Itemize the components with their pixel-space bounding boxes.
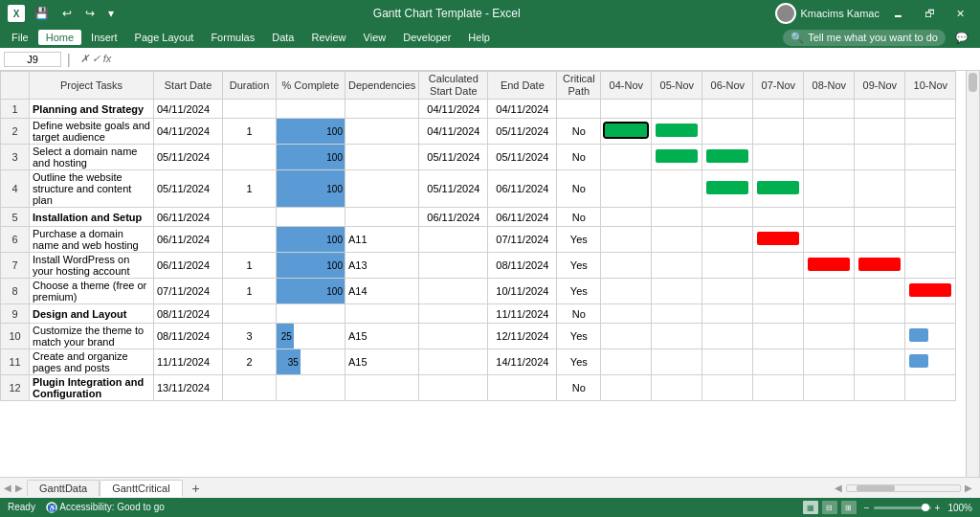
view-icons: ▦ ⊟ ⊞ (803, 501, 857, 514)
gantt-bar (909, 354, 928, 368)
table-row: 3 Select a domain name and hosting 05/11… (1, 145, 956, 170)
hscroll-thumb[interactable] (857, 485, 895, 491)
page-layout-view-icon[interactable]: ⊟ (822, 501, 837, 514)
ribbon: File Home Insert Page Layout Formulas Da… (0, 27, 980, 48)
col-header-05nov: 05-Nov (652, 72, 702, 100)
page-break-view-icon[interactable]: ⊞ (841, 501, 857, 514)
window-title: Gantt Chart Template - Excel (118, 7, 775, 20)
gantt-bar (605, 124, 647, 137)
section-installation: Installation and Setup (30, 208, 154, 227)
zoom-track[interactable] (874, 506, 931, 509)
title-bar: X 💾 ↩ ↪ ▾ Gantt Chart Template - Excel K… (0, 0, 980, 27)
zoom-in-icon[interactable]: + (935, 503, 941, 513)
tab-insert[interactable]: Insert (83, 30, 125, 45)
gantt-bar (656, 149, 698, 163)
excel-icon: X (8, 5, 25, 22)
row-num: 1 (1, 100, 30, 119)
user-avatar (775, 3, 796, 24)
sheet-tab-ganttcritical[interactable]: GanttCritical (100, 480, 183, 497)
user-name: Kmacims Kamac (800, 8, 880, 19)
gantt-bar (656, 124, 698, 137)
title-bar-left: X 💾 ↩ ↪ ▾ (8, 5, 118, 22)
table-row: 2 Define website goals and target audien… (1, 119, 956, 145)
gantt-bar (706, 149, 748, 163)
share-button[interactable]: 💬 (947, 30, 976, 46)
table-row: 12 Plugin Integration and Configuration … (1, 375, 956, 401)
cell-reference[interactable] (4, 52, 61, 67)
close-button[interactable]: ✕ (948, 6, 972, 22)
col-header-07nov: 07-Nov (753, 72, 804, 100)
section-plugin: Plugin Integration and Configuration (30, 375, 154, 401)
tab-developer[interactable]: Developer (395, 30, 458, 45)
tab-review[interactable]: Review (303, 30, 353, 45)
row-num: 5 (1, 208, 30, 227)
table-row: 5 Installation and Setup 06/11/2024 06/1… (1, 208, 956, 227)
add-sheet-button[interactable]: + (187, 479, 206, 498)
zoom-level: 100% (947, 503, 972, 513)
formula-bar: | ✗ ✓ fx (0, 48, 980, 71)
table-row: 10 Customize the theme to match your bra… (1, 324, 956, 349)
undo-button[interactable]: ↩ (58, 5, 76, 22)
row-num: 2 (1, 119, 30, 145)
col-header-start: Start Date (154, 72, 223, 100)
col-header-10nov: 10-Nov (905, 72, 956, 100)
status-bar: Ready ♿ Accessibility: Good to go ▦ ⊟ ⊞ … (0, 498, 980, 517)
scroll-bar-left[interactable]: ◀ (835, 483, 842, 493)
tab-view[interactable]: View (356, 30, 394, 45)
corner-header (1, 72, 30, 100)
accessibility-icon: ♿ (46, 502, 57, 513)
tab-help[interactable]: Help (460, 30, 498, 45)
save-button[interactable]: 💾 (31, 5, 53, 22)
row-num: 4 (1, 170, 30, 208)
minimize-button[interactable]: 🗕 (885, 6, 911, 21)
gantt-bar (909, 328, 928, 342)
scrollbar-thumb[interactable] (969, 73, 977, 92)
search-icon: 🔍 (791, 32, 804, 44)
row-num: 9 (1, 304, 30, 324)
tab-data[interactable]: Data (264, 30, 301, 45)
row-num: 11 (1, 349, 30, 375)
function-icon[interactable]: ✗ ✓ fx (77, 53, 116, 65)
ready-status: Ready (8, 502, 35, 512)
vertical-scrollbar[interactable] (966, 71, 979, 477)
row-num: 12 (1, 375, 30, 401)
svg-text:♿: ♿ (48, 504, 56, 512)
row-num: 10 (1, 324, 30, 349)
gantt-bar (808, 258, 850, 271)
ribbon-search[interactable]: 🔍 Tell me what you want to do (783, 30, 946, 46)
col-header-complete: % Complete (277, 72, 345, 100)
restore-button[interactable]: 🗗 (917, 6, 943, 21)
zoom-thumb[interactable] (922, 504, 929, 511)
col-header-deps: Dependencies (345, 72, 419, 100)
formula-input[interactable] (119, 53, 976, 66)
gantt-bar (909, 283, 951, 297)
gantt-bar (757, 181, 799, 194)
tab-page-layout[interactable]: Page Layout (127, 30, 202, 45)
tab-file[interactable]: File (4, 30, 36, 45)
tab-scroll-right[interactable]: ▶ (15, 483, 23, 493)
tab-home[interactable]: Home (38, 30, 81, 45)
row-num: 6 (1, 227, 30, 253)
normal-view-icon[interactable]: ▦ (803, 501, 818, 514)
redo-button[interactable]: ↪ (81, 5, 99, 22)
zoom-out-icon[interactable]: − (864, 503, 870, 513)
horizontal-scrollbar[interactable] (846, 484, 961, 492)
col-header-critical: CriticalPath (557, 72, 601, 100)
col-header-09nov: 09-Nov (855, 72, 905, 100)
spreadsheet[interactable]: Project Tasks Start Date Duration % Comp… (0, 71, 980, 477)
sheet-tabs: ◀ ▶ GanttData GanttCritical + ◀ ▶ (0, 477, 980, 498)
tab-formulas[interactable]: Formulas (203, 30, 262, 45)
customize-qat-button[interactable]: ▾ (104, 5, 118, 22)
scroll-bar-right[interactable]: ▶ (965, 483, 972, 493)
sheet-tab-ganttdata[interactable]: GanttData (27, 480, 100, 496)
tab-scroll-left[interactable]: ◀ (4, 483, 11, 493)
table-row: 11 Create and organize pages and posts 1… (1, 349, 956, 375)
formula-divider: | (65, 52, 73, 67)
zoom-slider[interactable]: − + (864, 503, 941, 513)
row-num: 7 (1, 253, 30, 279)
user-badge: Kmacims Kamac (775, 3, 880, 24)
section-planning: Planning and Strategy (30, 100, 154, 119)
col-header-06nov: 06-Nov (702, 72, 753, 100)
table-row: 4 Outline the website structure and cont… (1, 170, 956, 208)
table-row: 6 Purchase a domain name and web hosting… (1, 227, 956, 253)
